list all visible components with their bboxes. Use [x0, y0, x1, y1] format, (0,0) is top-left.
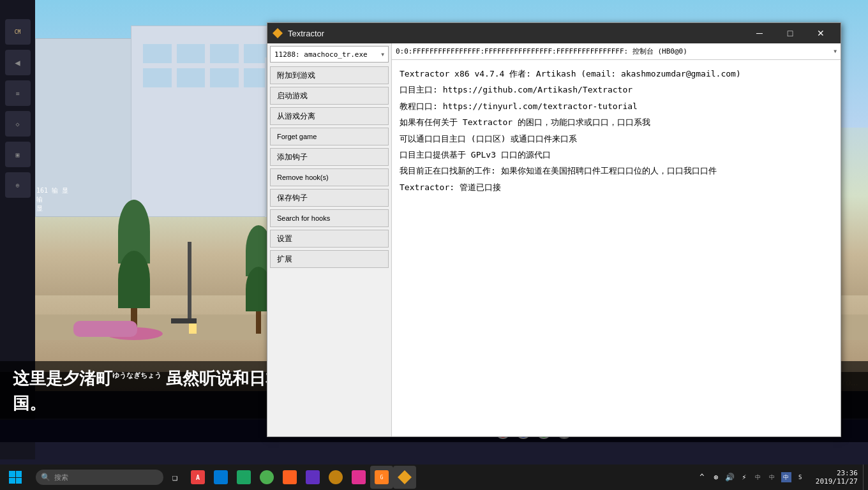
building-windows — [138, 39, 277, 93]
left-panel: 11288: amachoco_tr.exe ▼ 附加到游戏 启动游戏 从游戏分… — [267, 43, 392, 436]
flower-bed — [73, 321, 137, 337]
sidebar-icon-5[interactable]: ⊕ — [5, 172, 31, 198]
task-view-button[interactable]: ❏ — [163, 466, 186, 489]
tree-left — [118, 200, 150, 334]
tray-icon-1[interactable]: 中 — [753, 472, 763, 482]
taskbar-clock[interactable]: 23:36 2019/11/27 — [811, 469, 863, 486]
taskbar-app-textractor[interactable] — [393, 466, 416, 489]
taskbar-app-1[interactable]: A — [186, 466, 209, 489]
output-line-4: 可以通口口目主口 (口口区) 或通口口件来口系 — [400, 131, 833, 146]
start-button[interactable] — [0, 466, 31, 489]
app-icon-3 — [237, 470, 251, 484]
taskbar-app-8[interactable] — [347, 466, 370, 489]
output-line-0: Textractor x86 v4.7.4 作者: Artikash (emai… — [400, 66, 833, 81]
task-view-icon: ❏ — [172, 472, 177, 482]
clock-date: 2019/11/27 — [816, 477, 858, 486]
maximize-button[interactable]: □ — [775, 23, 805, 43]
window-title: Textractor — [288, 29, 740, 38]
output-line-7: Textractor: 管道已口接 — [400, 180, 833, 195]
close-button[interactable]: ✕ — [806, 23, 835, 43]
tray-network-icon[interactable]: ⊛ — [711, 472, 721, 482]
forget-game-button[interactable]: Forget game — [270, 128, 389, 145]
process-dropdown[interactable]: 11288: amachoco_tr.exe ▼ — [270, 46, 389, 63]
tray-battery-icon[interactable]: ⚡ — [739, 472, 749, 482]
window-content: 11288: amachoco_tr.exe ▼ 附加到游戏 启动游戏 从游戏分… — [267, 43, 841, 436]
app-icon-2 — [214, 470, 228, 484]
dropdown-arrow-icon: ▼ — [381, 52, 384, 57]
settings-button[interactable]: 设置 — [270, 230, 389, 248]
clock-time: 23:36 — [816, 469, 858, 477]
taskbar-app-7[interactable] — [324, 466, 347, 489]
textractor-icon — [273, 28, 283, 38]
tray-speaker-icon[interactable]: 🔊 — [725, 472, 735, 482]
sidebar-icon-4[interactable]: ▣ — [5, 142, 31, 167]
right-panel: 0:0:FFFFFFFFFFFFFFFF:FFFFFFFFFFFFFFFF:FF… — [392, 43, 841, 436]
app-icon-5 — [283, 470, 297, 484]
taskbar-app-2[interactable] — [209, 466, 232, 489]
taskbar-search-bar[interactable]: 🔍 搜索 — [36, 470, 163, 485]
channel-dropdown[interactable]: 0:0:FFFFFFFFFFFFFFFF:FFFFFFFFFFFFFFFF:FF… — [392, 43, 841, 60]
channel-dropdown-value: 0:0:FFFFFFFFFFFFFFFF:FFFFFFFFFFFFFFFF:FF… — [396, 47, 834, 56]
minimize-button[interactable]: ─ — [745, 23, 774, 43]
textractor-taskbar-icon — [398, 470, 412, 484]
tray-icon-2[interactable]: 中 — [767, 472, 777, 482]
process-dropdown-value: 11288: amachoco_tr.exe — [274, 50, 381, 59]
app-icon-1: A — [191, 470, 205, 484]
app-icon-8 — [352, 470, 366, 484]
window-controls: ─ □ ✕ — [745, 23, 835, 43]
taskbar-app-game[interactable]: G — [370, 466, 393, 489]
taskbar-app-5[interactable] — [278, 466, 301, 489]
channel-dropdown-arrow-icon: ▼ — [834, 48, 837, 54]
output-line-6: 我目前正在口找新的工作: 如果你知道在美国招聘口件工程口口位的人，口口我口口件 — [400, 163, 833, 178]
sidebar-icon-3[interactable]: ◇ — [5, 111, 31, 137]
output-line-3: 如果有任何关于 Textractor 的困口，功能口求或口口，口口系我 — [400, 115, 833, 130]
tray-up-arrow-icon[interactable]: ^ — [697, 472, 707, 482]
save-hook-button[interactable]: 保存钩子 — [270, 189, 389, 207]
system-tray: ^ ⊛ 🔊 ⚡ 中 中 中 S — [692, 464, 811, 490]
search-hooks-button[interactable]: Search for hooks — [270, 209, 389, 227]
textractor-window: Textractor ─ □ ✕ 11288: amachoco_tr.exe … — [267, 22, 841, 437]
add-hook-button[interactable]: 添加钩子 — [270, 148, 389, 166]
sidebar-icon-1[interactable]: ◀ — [5, 50, 31, 75]
taskbar-app-4[interactable] — [255, 466, 278, 489]
window-titlebar: Textractor ─ □ ✕ — [267, 23, 841, 43]
launch-game-button[interactable]: 启动游戏 — [270, 87, 389, 105]
windows-logo-icon — [9, 471, 22, 484]
remove-hook-button[interactable]: Remove hook(s) — [270, 168, 389, 186]
detach-game-button[interactable]: 从游戏分离 — [270, 107, 389, 125]
output-line-2: 教程口口: https://tinyurl.com/textractor-tut… — [400, 99, 833, 114]
attach-game-button[interactable]: 附加到游戏 — [270, 66, 389, 84]
taskbar: 🔍 搜索 ❏ A G ^ ⊛ 🔊 ⚡ 中 中 — [0, 464, 868, 490]
taskbar-app-3[interactable] — [232, 466, 255, 489]
search-placeholder: 搜索 — [54, 473, 68, 482]
extensions-button[interactable]: 扩展 — [270, 250, 389, 268]
tray-ime-icon[interactable]: 中 — [781, 472, 791, 482]
search-icon: 🔍 — [41, 473, 50, 482]
taskbar-app-6[interactable] — [301, 466, 324, 489]
app-icon-4 — [260, 470, 274, 484]
tray-icon-steam[interactable]: S — [795, 472, 805, 482]
app-icon-7 — [329, 470, 343, 484]
show-desktop-button[interactable] — [863, 464, 868, 490]
sidebar-icon-2[interactable]: ≡ — [5, 80, 31, 106]
sidebar-top-icon: CM — [5, 19, 31, 45]
text-output-area: Textractor x86 v4.7.4 作者: Artikash (emai… — [392, 60, 841, 436]
subtitle-ruby: ゆうなぎちょう — [112, 371, 161, 379]
app-icon-6 — [306, 470, 320, 484]
game-counter: 161 输 显 输 显 — [35, 185, 70, 214]
game-taskbar-icon: G — [375, 470, 389, 484]
output-line-1: 口目主口: https://github.com/Artikash/Textra… — [400, 82, 833, 97]
building-2 — [131, 26, 284, 217]
street-lamp — [182, 242, 197, 334]
output-line-5: 口目主口提供基于 GPLv3 口口的源代口 — [400, 147, 833, 162]
